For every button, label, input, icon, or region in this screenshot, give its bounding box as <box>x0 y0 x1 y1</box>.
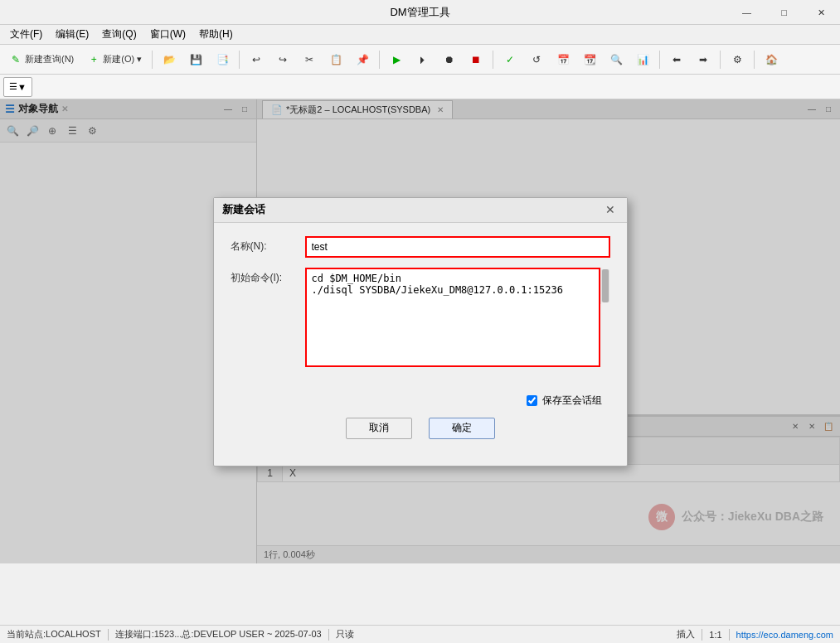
status-sep-2 <box>328 629 329 641</box>
menu-window[interactable]: 窗口(W) <box>143 26 192 43</box>
menu-help[interactable]: 帮助(H) <box>192 26 240 43</box>
menu-query[interactable]: 查询(Q) <box>95 26 143 43</box>
dialog-spacer <box>231 377 610 394</box>
paste-btn[interactable]: 📌 <box>350 48 375 71</box>
dialog-title-bar: 新建会话 ✕ <box>214 198 627 223</box>
run3-icon: ⏺ <box>443 53 456 66</box>
dialog-buttons: 取消 确定 <box>231 418 610 452</box>
dialog-scrollbar <box>600 268 610 304</box>
open-btn[interactable]: 📂 <box>157 48 182 71</box>
undo-icon: ↩ <box>250 53 263 66</box>
settings-icon: ⚙ <box>731 53 744 66</box>
window-controls: — □ ✕ <box>728 0 840 25</box>
run3-btn[interactable]: ⏺ <box>437 48 462 71</box>
toolbar-sep-5 <box>659 51 660 69</box>
toolbar-sep-1 <box>152 51 153 69</box>
save-all-icon: 📑 <box>216 53 229 66</box>
save-to-group-label: 保存至会话组 <box>542 394 602 408</box>
toolbar-sep-3 <box>379 51 380 69</box>
new-icon: + <box>87 53 100 66</box>
toolbar-sep-4 <box>493 51 493 69</box>
status-bar: 当前站点:LOCALHOST 连接端口:1523...总:DEVELOP USE… <box>0 625 840 643</box>
title-bar: DM管理工具 — □ ✕ <box>0 0 840 25</box>
quick-access-btn[interactable]: ☰ ▼ <box>3 77 32 97</box>
dialog-name-row: 名称(N): <box>231 236 610 258</box>
main-content: ☰ 对象导航 ✕ — □ 🔍 🔎 ⊕ ☰ ⚙ 📄 *无标题2 – LOCAL <box>0 99 840 563</box>
save-all-btn[interactable]: 📑 <box>210 48 235 71</box>
save-icon: 💾 <box>189 53 202 66</box>
toolbar2-container: ☰ ▼ <box>0 75 840 99</box>
toolbar-sep-7 <box>754 51 755 69</box>
cal2-icon: 📆 <box>583 53 596 66</box>
cancel-btn[interactable]: 取消 <box>346 418 412 439</box>
scroll-thumb[interactable] <box>602 269 609 302</box>
status-station: 当前站点:LOCALHOST <box>7 628 101 641</box>
new-query-btn[interactable]: ✎ 新建查询(N) <box>3 48 80 71</box>
scroll-track <box>601 269 609 302</box>
toolbar-sep-6 <box>720 51 721 69</box>
dialog-overlay: 新建会话 ✕ 名称(N): 初始命令(I): cd $DM_HOME/bin .… <box>0 99 840 563</box>
new-btn[interactable]: + 新建(O) ▾ <box>81 48 148 71</box>
cal-btn[interactable]: 📅 <box>551 48 575 71</box>
redo-btn[interactable]: ↪ <box>270 48 295 71</box>
check-btn[interactable]: ✓ <box>498 48 522 71</box>
minimize-btn[interactable]: — <box>728 0 765 25</box>
stop-icon: ⏹ <box>469 53 483 66</box>
search-icon: 🔍 <box>609 53 623 66</box>
close-window-btn[interactable]: ✕ <box>803 0 840 25</box>
window-title: DM管理工具 <box>390 5 449 20</box>
status-sep-4 <box>729 629 730 641</box>
dialog-cmd-row: 初始命令(I): cd $DM_HOME/bin ./disql SYSDBA/… <box>231 268 610 367</box>
fwd-btn[interactable]: ➡ <box>691 48 716 71</box>
save-btn[interactable]: 💾 <box>183 48 208 71</box>
fwd-icon: ➡ <box>697 53 710 66</box>
run-btn[interactable]: ▶ <box>384 48 409 71</box>
secondary-toolbar: ☰ ▼ <box>0 75 840 99</box>
copy-btn[interactable]: 📋 <box>323 48 348 71</box>
chart-icon: 📊 <box>636 53 649 66</box>
back-btn[interactable]: ⬅ <box>664 48 689 71</box>
run2-btn[interactable]: ⏵ <box>410 48 435 71</box>
maximize-btn[interactable]: □ <box>765 0 803 25</box>
chart-btn[interactable]: 📊 <box>630 48 655 71</box>
status-sep-1 <box>108 629 109 641</box>
copy-icon: 📋 <box>329 53 342 66</box>
menu-file[interactable]: 文件(F) <box>3 26 49 43</box>
status-sep-3 <box>702 629 702 641</box>
open-icon: 📂 <box>163 53 176 66</box>
dialog-body: 名称(N): 初始命令(I): cd $DM_HOME/bin ./disql … <box>214 223 627 466</box>
cmd-textarea[interactable]: cd $DM_HOME/bin ./disql SYSDBA/JiekeXu_D… <box>305 268 600 367</box>
toolbar-sep-2 <box>239 51 240 69</box>
cmd-label: 初始命令(I): <box>231 268 305 285</box>
main-toolbar: ✎ 新建查询(N) + 新建(O) ▾ 📂 💾 📑 ↩ ↪ ✂ 📋 📌 ▶ ⏵ … <box>0 45 840 75</box>
status-readonly: 只读 <box>336 628 354 641</box>
quick-access-icon: ☰ <box>9 81 17 92</box>
cal-icon: 📅 <box>556 53 570 66</box>
menu-bar: 文件(F) 编辑(E) 查询(Q) 窗口(W) 帮助(H) <box>0 25 840 45</box>
new-session-dialog: 新建会话 ✕ 名称(N): 初始命令(I): cd $DM_HOME/bin .… <box>213 197 628 467</box>
dialog-close-btn[interactable]: ✕ <box>602 201 619 218</box>
search-btn[interactable]: 🔍 <box>604 48 629 71</box>
ok-btn[interactable]: 确定 <box>429 418 495 439</box>
refresh-icon: ↺ <box>530 53 543 66</box>
menu-edit[interactable]: 编辑(E) <box>49 26 95 43</box>
cal2-btn[interactable]: 📆 <box>577 48 602 71</box>
run-icon: ▶ <box>390 53 403 66</box>
name-input[interactable] <box>305 236 610 258</box>
cut-btn[interactable]: ✂ <box>297 48 322 71</box>
back-icon: ⬅ <box>670 53 683 66</box>
settings-btn[interactable]: ⚙ <box>725 48 750 71</box>
status-port: 连接端口:1523...总:DEVELOP USER ~ 2025-07-03 <box>115 628 322 641</box>
dialog-title: 新建会话 <box>222 202 265 217</box>
status-position: 1:1 <box>709 630 721 640</box>
stop-btn[interactable]: ⏹ <box>464 48 488 71</box>
home-btn[interactable]: 🏠 <box>759 48 784 71</box>
refresh-btn[interactable]: ↺ <box>524 48 549 71</box>
dialog-checkbox-row: 保存至会话组 <box>231 394 610 408</box>
check-icon: ✓ <box>503 53 517 66</box>
paste-icon: 📌 <box>356 53 369 66</box>
cut-icon: ✂ <box>303 53 316 66</box>
status-insert: 插入 <box>677 628 695 641</box>
undo-btn[interactable]: ↩ <box>244 48 269 71</box>
save-to-group-checkbox[interactable] <box>527 395 537 406</box>
